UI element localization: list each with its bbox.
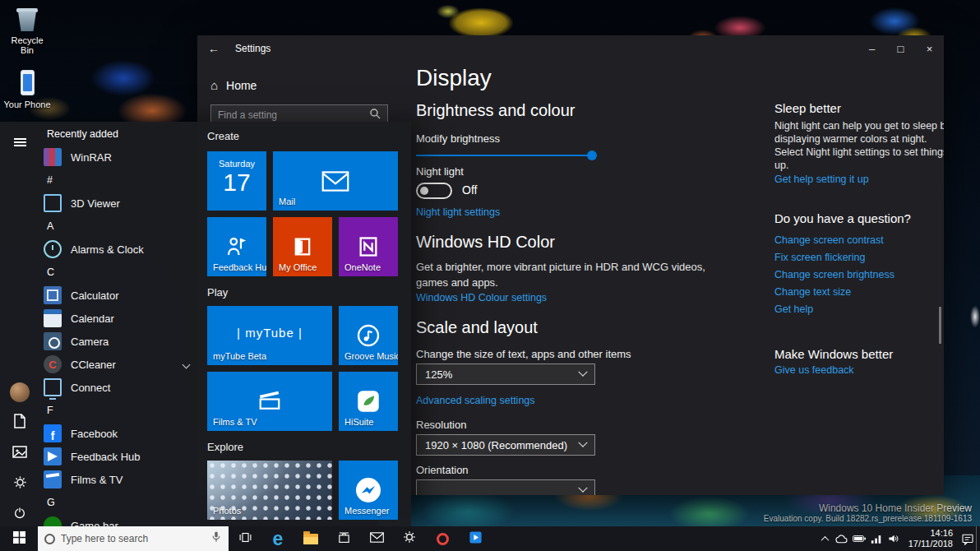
microphone-icon[interactable] — [210, 530, 222, 548]
help-link-text-size[interactable]: Change text size — [774, 286, 851, 298]
onedrive-tray-icon[interactable] — [834, 526, 851, 551]
give-feedback-link[interactable]: Give us feedback — [774, 364, 854, 376]
mail-icon — [370, 531, 384, 546]
user-avatar — [10, 382, 30, 402]
start-app-ccleaner[interactable]: CCleaner — [39, 353, 201, 376]
sleep-better-text: Night light can help you get to sleep by… — [774, 119, 944, 172]
titlebar[interactable]: ← Settings – □ × — [197, 35, 944, 62]
back-button[interactable]: ← — [197, 35, 230, 62]
documents-button[interactable] — [0, 409, 39, 437]
help-link-contrast[interactable]: Change screen contrast — [774, 234, 884, 246]
night-light-settings-link[interactable]: Night light settings — [416, 206, 500, 218]
start-app-camera[interactable]: Camera — [39, 330, 201, 353]
night-light-toggle[interactable] — [416, 183, 452, 199]
tile-feedback-hub[interactable]: Feedback Hub — [207, 217, 266, 276]
store-bag-icon — [337, 530, 351, 547]
brightness-section-heading: Brightness and colour — [416, 101, 575, 120]
start-app-alarms-clock[interactable]: Alarms & Clock — [39, 238, 201, 261]
task-view-button[interactable] — [229, 526, 261, 551]
user-account-button[interactable] — [0, 378, 39, 406]
tile-my-office[interactable]: My Office — [273, 217, 332, 276]
windows-logo-icon — [13, 531, 25, 547]
tile-groove-music[interactable]: Groove Music — [339, 306, 398, 365]
power-button[interactable] — [0, 500, 39, 526]
taskbar-mail-button[interactable] — [360, 526, 393, 551]
tile-hisuite[interactable]: HiSuite — [339, 372, 398, 431]
hdr-settings-link[interactable]: Windows HD Colour settings — [416, 292, 547, 303]
app-list-header-recent: Recently added — [39, 123, 201, 146]
scrollbar[interactable] — [939, 307, 941, 344]
start-app-feedback-hub[interactable]: Feedback Hub — [39, 445, 201, 468]
taskbar-search[interactable] — [38, 526, 229, 551]
settings-button[interactable] — [0, 470, 39, 498]
minimize-button[interactable]: – — [858, 35, 886, 62]
start-app-calculator[interactable]: Calculator — [39, 284, 201, 307]
taskbar-browser-button[interactable] — [426, 526, 459, 551]
advanced-scaling-link[interactable]: Advanced scaling settings — [416, 395, 535, 406]
tile-group-create[interactable]: Create — [207, 130, 239, 142]
app-list-header-g[interactable]: G — [39, 491, 201, 514]
tray-expand-button[interactable] — [816, 526, 834, 551]
start-app-winrar[interactable]: WinRAR — [39, 146, 201, 169]
action-center-button[interactable] — [959, 526, 976, 551]
taskbar-file-explorer-button[interactable] — [294, 526, 327, 551]
tile-onenote[interactable]: OneNote — [339, 217, 398, 276]
network-tray-icon[interactable] — [868, 526, 885, 551]
taskbar-store-button[interactable] — [327, 526, 360, 551]
tile-mail[interactable]: Mail — [273, 151, 398, 211]
facebook-icon — [44, 424, 62, 442]
settings-search-input[interactable] — [218, 109, 369, 121]
pictures-button[interactable] — [0, 439, 39, 467]
app-list-header-c[interactable]: C — [39, 261, 201, 284]
start-app-connect[interactable]: Connect — [39, 376, 201, 399]
your-phone-icon — [13, 69, 41, 97]
maximize-button[interactable]: □ — [886, 35, 915, 62]
nav-home[interactable]: ⌂ Home — [210, 78, 257, 92]
app-list-header-hash[interactable]: # — [39, 169, 201, 192]
get-help-setting-link[interactable]: Get help setting it up — [774, 174, 869, 185]
start-app-films-tv[interactable]: Films & TV — [39, 468, 201, 491]
volume-tray-icon[interactable] — [885, 526, 903, 551]
menu-expand-button[interactable] — [0, 128, 39, 156]
taskbar-clock[interactable]: 14:16 17/11/2018 — [908, 528, 953, 549]
battery-tray-icon[interactable] — [851, 526, 868, 551]
show-desktop-button[interactable] — [976, 526, 980, 551]
brightness-slider[interactable] — [416, 150, 595, 160]
tile-group-play[interactable]: Play — [207, 286, 228, 299]
close-button[interactable]: × — [915, 35, 944, 62]
app-list-header-a[interactable]: A — [39, 215, 201, 238]
taskbar-edge-button[interactable] — [261, 526, 294, 551]
start-app-game-bar[interactable]: Game bar — [39, 514, 201, 526]
help-link-flickering[interactable]: Fix screen flickering — [774, 252, 865, 263]
desktop-icon-your-phone[interactable]: Your Phone — [3, 69, 51, 109]
start-app-calendar[interactable]: Calendar — [39, 307, 201, 330]
tile-calendar[interactable]: Saturday 17 — [207, 151, 266, 211]
start-app-3d-viewer[interactable]: 3D Viewer — [39, 192, 201, 215]
tile-mytube[interactable]: | myTube | myTube Beta — [207, 306, 332, 365]
clock-date: 17/11/2018 — [908, 539, 953, 549]
tile-messenger[interactable]: Messenger — [339, 461, 398, 520]
chevron-down-icon[interactable] — [183, 360, 191, 368]
taskbar-search-input[interactable] — [61, 533, 205, 544]
scaling-dropdown[interactable]: 125% — [416, 363, 595, 385]
tile-group-explore[interactable]: Explore — [207, 441, 243, 453]
orientation-dropdown[interactable] — [416, 479, 595, 495]
help-link-get-help[interactable]: Get help — [774, 303, 813, 315]
desktop-icon-recycle-bin[interactable]: Recycle Bin — [3, 5, 51, 55]
slider-thumb[interactable] — [587, 150, 597, 160]
app-list-header-f[interactable]: F — [39, 399, 201, 422]
folder-icon — [303, 534, 318, 544]
taskbar-settings-button[interactable] — [393, 526, 426, 551]
start-button[interactable] — [0, 526, 38, 551]
resolution-dropdown[interactable]: 1920 × 1080 (Recommended) — [416, 434, 595, 456]
gear-icon — [13, 475, 27, 493]
help-link-brightness[interactable]: Change screen brightness — [774, 269, 894, 280]
media-app-icon — [469, 530, 483, 548]
night-light-state: Off — [462, 183, 477, 197]
tile-films-tv[interactable]: Films & TV — [207, 372, 332, 431]
camera-icon — [44, 332, 62, 350]
window-title: Settings — [235, 43, 270, 54]
start-app-facebook[interactable]: Facebook — [39, 422, 201, 445]
taskbar-media-app-button[interactable] — [459, 526, 492, 551]
tile-photos[interactable]: Photos — [207, 461, 332, 520]
